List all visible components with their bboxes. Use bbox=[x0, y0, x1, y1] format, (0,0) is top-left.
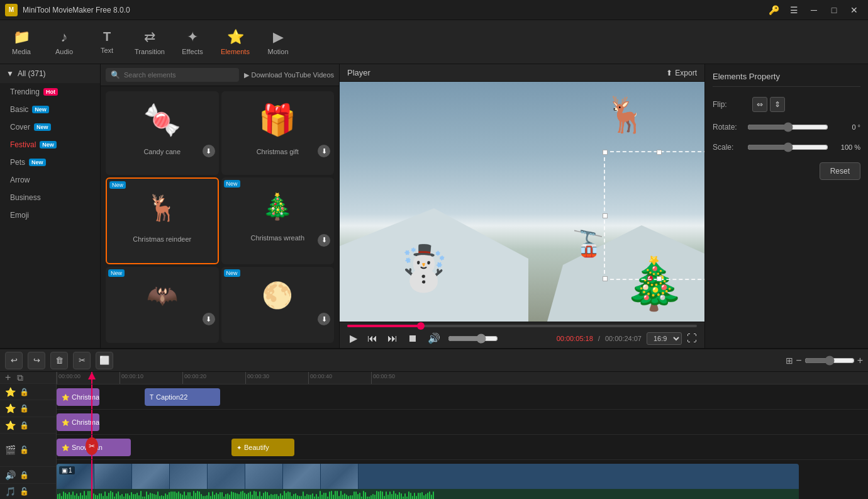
toolbar-elements[interactable]: ⭐ Elements bbox=[214, 20, 257, 64]
player-snowman-element[interactable]: ☃️ bbox=[396, 246, 451, 290]
toolbar-media-label: Media bbox=[12, 48, 31, 55]
volume-slider[interactable] bbox=[448, 334, 498, 344]
video-thumb-6 bbox=[245, 464, 283, 489]
add-track-icon[interactable]: + bbox=[5, 372, 11, 383]
video-lock-icon[interactable]: 🔓 bbox=[19, 446, 29, 454]
element-candy-cane[interactable]: 🍬 ⬇ Candy cane bbox=[106, 91, 219, 175]
toolbar-transition[interactable]: ⇄ Transition bbox=[128, 20, 171, 64]
flip-horizontal-button[interactable]: ⇔ bbox=[752, 97, 767, 112]
rotate-slider[interactable] bbox=[747, 122, 828, 132]
stop-button[interactable]: ⏹ bbox=[405, 332, 420, 345]
close-button[interactable]: ✕ bbox=[845, 4, 863, 16]
timeline-ruler[interactable]: 00:00:00 00:00:10 00:00:20 00:00:30 00:0… bbox=[57, 372, 868, 384]
maximize-button[interactable]: □ bbox=[825, 4, 843, 16]
toolbar-audio[interactable]: ♪ Audio bbox=[43, 20, 86, 64]
toolbar-motion[interactable]: ▶ Motion bbox=[257, 20, 299, 64]
sidebar-all-label: All (371) bbox=[18, 69, 46, 78]
clip-caption22[interactable]: T Caption22 bbox=[145, 388, 220, 406]
zoom-out-button[interactable]: − bbox=[796, 355, 801, 366]
player-canvas[interactable]: ☃️ 🎄 🦌 🚡 bbox=[340, 82, 704, 322]
toolbar-effects[interactable]: ✦ Effects bbox=[171, 20, 214, 64]
element-moon[interactable]: New 🌕 ⬇ bbox=[221, 267, 335, 343]
track2-lock-icon[interactable]: 🔒 bbox=[19, 404, 29, 413]
redo-button[interactable]: ↪ bbox=[28, 352, 45, 369]
undo-button[interactable]: ↩ bbox=[5, 352, 23, 369]
play-button[interactable]: ▶ bbox=[347, 331, 360, 345]
cut-button[interactable]: ✂ bbox=[73, 352, 91, 369]
sidebar-item-basic[interactable]: Basic New bbox=[0, 101, 100, 118]
ruler-tick-40: 00:00:40 bbox=[308, 372, 332, 384]
playhead[interactable] bbox=[91, 372, 92, 384]
track-header-2: ⭐ 🔒 bbox=[0, 400, 56, 417]
sidebar-item-pets[interactable]: Pets New bbox=[0, 154, 100, 171]
sidebar-item-festival[interactable]: Festival New bbox=[0, 136, 100, 154]
bat-download[interactable]: ⬇ bbox=[203, 313, 215, 325]
scale-slider[interactable] bbox=[747, 142, 828, 152]
video-clip[interactable]: ▣ 1 bbox=[57, 464, 799, 499]
clip-tree-label: Christmas tr bbox=[72, 418, 99, 426]
settings-button[interactable]: 🔑 bbox=[765, 4, 782, 16]
sidebar-item-business[interactable]: Business bbox=[0, 189, 100, 206]
toolbar-motion-label: Motion bbox=[267, 48, 288, 55]
toolbar-transition-label: Transition bbox=[135, 48, 165, 55]
aspect-ratio-select[interactable]: 16:9 9:16 1:1 4:3 bbox=[647, 332, 682, 345]
music-lock-icon[interactable]: 🔓 bbox=[19, 487, 29, 496]
export-button[interactable]: ⬆ Export bbox=[666, 69, 697, 77]
player-reindeer-element[interactable]: 🦌 bbox=[604, 98, 648, 132]
sidebar-item-arrow[interactable]: Arrow bbox=[0, 171, 100, 189]
minimize-button[interactable]: ─ bbox=[805, 4, 823, 16]
crop-button[interactable]: ⬜ bbox=[96, 352, 113, 369]
text-icon: T bbox=[103, 30, 111, 44]
search-input[interactable] bbox=[124, 71, 234, 79]
element-christmas-reindeer[interactable]: New 🦌 Christmas reindeer bbox=[106, 177, 219, 264]
export-label: Export bbox=[675, 69, 697, 77]
element-christmas-wreath[interactable]: New 🎄 ⬇ Christmas wreath bbox=[221, 177, 335, 264]
ruler-tick-50: 00:00:50 bbox=[371, 372, 395, 384]
properties-panel: Elements Property Flip: ⇔ ⇕ Rotate: 0 ° … bbox=[704, 64, 868, 348]
sidebar-header[interactable]: ▼ All (371) bbox=[0, 64, 100, 83]
delete-button[interactable]: 🗑 bbox=[50, 352, 68, 369]
sidebar-item-cover[interactable]: Cover New bbox=[0, 118, 100, 136]
track-header-add: + ⧉ bbox=[0, 372, 56, 384]
progress-thumb[interactable] bbox=[417, 322, 425, 330]
track1-lock-icon[interactable]: 🔒 bbox=[19, 388, 29, 396]
christmas-wreath-download[interactable]: ⬇ bbox=[318, 234, 330, 247]
rotate-row: Rotate: 0 ° bbox=[713, 122, 860, 132]
player-tree-element[interactable]: 🎄 bbox=[623, 259, 686, 309]
player-title: Player bbox=[347, 68, 370, 77]
progress-bar[interactable] bbox=[347, 325, 697, 327]
music-track-icon: 🎵 bbox=[5, 486, 16, 496]
youtube-download-button[interactable]: ▶ Download YouTube Videos bbox=[244, 71, 335, 79]
christmas-reindeer-thumb: 🦌 bbox=[111, 182, 214, 233]
zoom-slider[interactable] bbox=[804, 356, 855, 366]
clip-christmas-reindeer[interactable]: ⭐ Christmas rein bbox=[57, 388, 99, 406]
next-button[interactable]: ⏭ bbox=[385, 332, 400, 345]
element-christmas-gift[interactable]: 🎁 ⬇ Christmas gift bbox=[221, 91, 335, 175]
video-thumb-8 bbox=[321, 464, 359, 489]
toolbar-media[interactable]: 📁 Media bbox=[0, 20, 43, 64]
copy-track-icon[interactable]: ⧉ bbox=[17, 373, 23, 383]
sidebar-item-emoji[interactable]: Emoji bbox=[0, 206, 100, 224]
zoom-in-button[interactable]: + bbox=[857, 355, 863, 366]
clip-reindeer-icon: ⭐ bbox=[62, 394, 69, 401]
search-box[interactable]: 🔍 bbox=[106, 68, 239, 82]
prev-button[interactable]: ⏮ bbox=[365, 332, 380, 345]
clip-beautify[interactable]: ✦ Beautify bbox=[231, 439, 294, 456]
christmas-gift-download[interactable]: ⬇ bbox=[318, 145, 330, 157]
audio-lock-icon[interactable]: 🔒 bbox=[19, 471, 29, 479]
track3-lock-icon[interactable]: 🔒 bbox=[19, 421, 29, 430]
flip-vertical-button[interactable]: ⇕ bbox=[770, 97, 785, 112]
sidebar-item-trending[interactable]: Trending Hot bbox=[0, 83, 100, 101]
flip-row: Flip: ⇔ ⇕ bbox=[713, 97, 860, 112]
element-bat[interactable]: New 🦇 ⬇ bbox=[106, 267, 219, 343]
trending-badge: Hot bbox=[43, 88, 58, 96]
reset-button[interactable]: Reset bbox=[820, 162, 860, 180]
candy-cane-download[interactable]: ⬇ bbox=[203, 145, 215, 157]
volume-button[interactable]: 🔊 bbox=[425, 331, 443, 345]
scale-label: Scale: bbox=[713, 143, 742, 152]
toolbar-text[interactable]: T Text bbox=[86, 20, 128, 64]
moon-download[interactable]: ⬇ bbox=[318, 313, 330, 325]
fullscreen-button[interactable]: ⛶ bbox=[687, 333, 697, 344]
clip-christmas-tree[interactable]: ⭐ Christmas tr bbox=[57, 413, 99, 431]
menu-button[interactable]: ☰ bbox=[785, 4, 803, 16]
